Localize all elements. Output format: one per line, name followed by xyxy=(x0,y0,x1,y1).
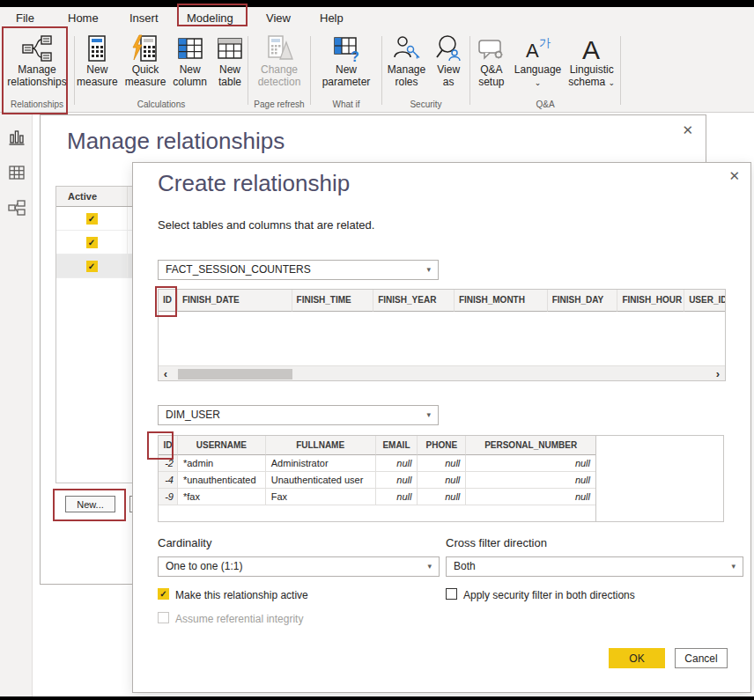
manage-relationships-icon xyxy=(21,33,53,63)
close-icon[interactable]: ✕ xyxy=(682,122,693,138)
column-header[interactable]: USER_ID xyxy=(684,290,725,312)
cell-fullname: Unauthenticated user xyxy=(266,472,376,488)
table1-select-value: FACT_SESSION_COUNTERS xyxy=(166,263,311,276)
column-header[interactable]: USERNAME xyxy=(178,436,266,455)
active-checkbox[interactable]: ✓ xyxy=(86,237,98,248)
dim-table-header-row: ID USERNAME FULLNAME EMAIL PHONE PERSONA… xyxy=(159,436,595,455)
make-active-label[interactable]: Make this relationship active xyxy=(175,589,308,601)
btn-label-line: measure xyxy=(77,76,118,88)
horizontal-scrollbar: ‹ › xyxy=(159,365,725,381)
column-header[interactable]: FINISH_DAY xyxy=(548,290,618,312)
column-header[interactable]: FINISH_YEAR xyxy=(373,290,455,312)
quick-measure-button[interactable]: Quickmeasure xyxy=(122,29,170,88)
dim-table-data: ID USERNAME FULLNAME EMAIL PHONE PERSONA… xyxy=(159,436,596,521)
qa-setup-icon xyxy=(476,33,507,63)
btn-label-line: Change xyxy=(261,63,298,76)
column-header[interactable]: ID xyxy=(159,436,178,455)
cell-fullname: Fax xyxy=(266,489,376,505)
column-header[interactable]: PERSONAL_NUMBER xyxy=(466,436,595,455)
chevron-down-icon: ⌄ xyxy=(535,78,542,87)
report-view-icon[interactable] xyxy=(7,128,26,147)
menu-view[interactable]: View xyxy=(266,7,291,29)
btn-label-line: Linguistic xyxy=(570,63,614,76)
qa-setup-button[interactable]: Q&Asetup xyxy=(472,29,511,88)
menu-modeling[interactable]: Modeling xyxy=(187,7,233,29)
btn-label-line: New xyxy=(219,63,240,76)
btn-label-line: column xyxy=(173,76,207,88)
column-header[interactable]: PHONE xyxy=(418,436,466,455)
group-label-relationships: Relationships xyxy=(11,99,63,112)
menu-file[interactable]: File xyxy=(16,7,34,29)
btn-label-line: schema xyxy=(568,76,605,88)
cell-phone: null xyxy=(418,489,466,505)
btn-label-line: table xyxy=(218,76,241,88)
new-parameter-button[interactable]: ? Newparameter xyxy=(319,29,374,88)
menu-insert[interactable]: Insert xyxy=(129,7,159,29)
data-view-icon[interactable] xyxy=(7,163,26,182)
new-measure-button[interactable]: Newmeasure xyxy=(73,29,122,88)
cell-id: -2 xyxy=(159,455,178,471)
change-detection-button: Changedetection xyxy=(255,29,305,88)
column-header[interactable]: FULLNAME xyxy=(266,436,376,455)
new-column-icon xyxy=(174,33,206,63)
create-relationship-title: Create relationship xyxy=(158,170,350,197)
scroll-left-icon[interactable]: ‹ xyxy=(159,367,173,381)
active-checkbox[interactable]: ✓ xyxy=(86,213,98,225)
btn-label-line: New xyxy=(336,63,357,76)
ribbon-group-calculations: Newmeasure xyxy=(75,29,248,112)
cell-phone: null xyxy=(418,472,466,488)
cross-filter-select[interactable]: Both ▾ xyxy=(446,556,743,577)
scroll-right-icon[interactable]: › xyxy=(711,367,725,381)
scrollbar-thumb[interactable] xyxy=(178,369,292,379)
language-icon: A 가 xyxy=(522,33,554,63)
menu-home[interactable]: Home xyxy=(68,7,99,29)
close-icon[interactable]: ✕ xyxy=(728,168,740,184)
group-label-calculations: Calculations xyxy=(137,99,185,112)
manage-relationships-button[interactable]: Managerelationships xyxy=(4,29,70,88)
active-column-header[interactable]: Active xyxy=(56,187,128,206)
make-active-checkbox[interactable]: ✓ xyxy=(158,588,169,600)
column-header[interactable]: EMAIL xyxy=(376,436,418,455)
fact-table-body xyxy=(159,312,725,365)
ok-button[interactable]: OK xyxy=(609,648,665,668)
cell-personal-number: null xyxy=(466,489,595,505)
column-header[interactable]: FINISH_MONTH xyxy=(455,290,548,312)
svg-text:A: A xyxy=(526,40,539,62)
column-header[interactable]: FINISH_HOUR xyxy=(617,290,684,312)
quick-measure-icon xyxy=(129,33,161,63)
scrollbar-track[interactable] xyxy=(173,366,711,382)
table-row: -4 *unauthenticated Unauthenticated user… xyxy=(159,472,595,489)
security-filter-checkbox[interactable] xyxy=(446,588,457,600)
view-as-button[interactable]: Viewas xyxy=(429,29,468,88)
cancel-button[interactable]: Cancel xyxy=(675,648,728,668)
column-header[interactable]: FINISH_DATE xyxy=(178,290,292,312)
menu-help[interactable]: Help xyxy=(320,7,344,29)
btn-label-line: measure xyxy=(125,76,166,88)
language-button[interactable]: A 가 Language⌄ xyxy=(511,29,565,88)
table2-select[interactable]: DIM_USER ▾ xyxy=(158,405,439,425)
active-checkbox[interactable]: ✓ xyxy=(86,261,98,272)
cardinality-select[interactable]: One to one (1:1) ▾ xyxy=(158,556,440,577)
btn-label-line: Quick xyxy=(132,63,159,76)
table1-select[interactable]: FACT_SESSION_COUNTERS ▾ xyxy=(158,260,439,280)
cell-email: null xyxy=(376,489,418,505)
new-relationship-button[interactable]: New... xyxy=(65,496,115,512)
linguistic-schema-button[interactable]: A Linguisticschema ⌄ xyxy=(565,29,618,88)
btn-label-line: Language xyxy=(514,63,561,76)
change-detection-icon xyxy=(263,33,295,63)
manage-roles-button[interactable]: Manageroles xyxy=(384,29,429,88)
btn-label-line: setup xyxy=(478,76,504,88)
linguistic-schema-icon: A xyxy=(576,33,608,63)
column-header[interactable]: FINISH_TIME xyxy=(292,290,374,312)
column-header[interactable]: ID xyxy=(159,290,178,312)
caret-down-icon: ▾ xyxy=(427,557,432,576)
security-filter-label[interactable]: Apply security filter in both directions xyxy=(463,589,635,601)
table2-select-value: DIM_USER xyxy=(166,409,220,421)
ribbon-group-separator xyxy=(620,36,621,105)
btn-label-line: as xyxy=(443,76,455,88)
window-statusbar xyxy=(0,696,754,700)
model-view-icon[interactable] xyxy=(7,198,26,217)
view-sidebar xyxy=(0,113,33,696)
new-table-button[interactable]: Newtable xyxy=(211,29,249,88)
new-column-button[interactable]: Newcolumn xyxy=(169,29,211,88)
